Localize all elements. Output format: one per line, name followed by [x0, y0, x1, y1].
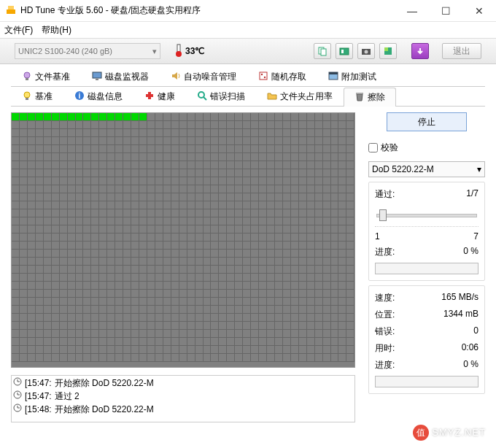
maximize-button[interactable]: ☐ — [429, 0, 462, 22]
menu-bar: 文件(F) 帮助(H) — [0, 22, 496, 38]
speed-value: 165 MB/s — [441, 292, 478, 304]
tab-area: 文件基准磁盘监视器自动噪音管理随机存取附加测试 基准i磁盘信息健康错误扫描文件夹… — [0, 64, 496, 107]
erase-grid — [11, 112, 355, 368]
tab-错误扫描[interactable]: 错误扫描 — [186, 87, 256, 106]
svg-rect-22 — [26, 98, 28, 100]
log-panel[interactable]: [15:47: 开始擦除 DoD 5220.22-M[15:47: 通过 2[1… — [11, 375, 355, 422]
svg-rect-1 — [8, 6, 14, 9]
watermark-badge: 值 — [413, 425, 429, 441]
close-button[interactable]: ✕ — [462, 0, 496, 22]
chevron-down-icon: ▾ — [152, 47, 157, 56]
clock-icon — [13, 376, 22, 390]
tab-磁盘信息[interactable]: i磁盘信息 — [63, 87, 133, 106]
svg-rect-14 — [93, 72, 101, 78]
copy-button[interactable] — [314, 43, 331, 59]
log-time: [15:48: — [25, 403, 52, 416]
tab-文件夹占用率[interactable]: 文件夹占用率 — [256, 87, 344, 106]
svg-rect-29 — [356, 93, 363, 94]
menu-help[interactable]: 帮助(H) — [42, 24, 71, 36]
settings-button[interactable] — [379, 43, 397, 59]
exit-button[interactable]: 退出 — [442, 43, 481, 59]
pos-label: 位置: — [375, 309, 395, 321]
tab-label: 健康 — [158, 90, 175, 103]
tab-文件基准[interactable]: 文件基准 — [11, 67, 81, 86]
screenshot-button[interactable] — [336, 43, 353, 59]
content-area: [15:47: 开始擦除 DoD 5220.22-M[15:47: 通过 2[1… — [0, 107, 496, 422]
svg-rect-15 — [96, 79, 98, 80]
svg-point-3 — [176, 51, 182, 57]
stop-button[interactable]: 停止 — [387, 112, 467, 131]
tabs-row-1: 文件基准磁盘监视器自动噪音管理随机存取附加测试 — [11, 67, 485, 87]
watermark: SMYZ.NET — [432, 427, 486, 438]
svg-point-21 — [24, 92, 30, 98]
verify-checkbox[interactable] — [368, 143, 378, 152]
log-time: [15:47: — [25, 376, 52, 390]
tab-磁盘监视器[interactable]: 磁盘监视器 — [81, 67, 160, 86]
tab-自动噪音管理[interactable]: 自动噪音管理 — [160, 67, 247, 86]
svg-rect-20 — [329, 72, 338, 74]
svg-text:i: i — [79, 92, 81, 100]
log-line: [15:48: 开始擦除 DoD 5220.22-M — [13, 403, 353, 416]
tab-label: 附加测试 — [341, 71, 376, 83]
err-value: 0 — [473, 325, 478, 338]
drive-select-value: UNIC2 S100-240 (240 gB) — [18, 47, 112, 55]
time-value: 0:06 — [462, 342, 478, 355]
toolbar: UNIC2 S100-240 (240 gB) ▾ 33℃ 退出 — [0, 38, 496, 64]
progress-label: 进度: — [375, 246, 395, 258]
svg-point-27 — [198, 92, 204, 98]
tab-label: 擦除 — [368, 91, 385, 104]
save-button[interactable] — [411, 43, 429, 59]
svg-point-9 — [365, 50, 368, 54]
pass-label: 通过: — [375, 188, 395, 201]
tab-随机存取[interactable]: 随机存取 — [247, 67, 317, 86]
erase-method-select[interactable]: DoD 5220.22-M ▾ — [368, 161, 485, 177]
window-title: HD Tune 专业版 5.60 - 硬盘/固态硬盘实用程序 — [20, 4, 395, 17]
progress2-value: 0 % — [463, 359, 478, 371]
tab-label: 磁盘信息 — [88, 90, 123, 103]
pos-value: 1344 mB — [443, 309, 478, 321]
clock-icon — [13, 403, 22, 416]
tab-基准[interactable]: 基准 — [11, 87, 63, 106]
drive-select[interactable]: UNIC2 S100-240 (240 gB) ▾ — [15, 43, 160, 59]
err-label: 错误: — [375, 325, 395, 338]
camera-button[interactable] — [357, 43, 375, 59]
tab-label: 文件基准 — [35, 71, 70, 83]
svg-rect-26 — [146, 94, 153, 97]
erase-method-value: DoD 5220.22-M — [372, 164, 434, 174]
pass-group: 通过:1/7 17 进度:0 % — [368, 182, 485, 281]
speaker-icon — [171, 71, 181, 83]
menu-file[interactable]: 文件(F) — [4, 24, 33, 36]
range-min: 1 — [375, 231, 380, 242]
log-text: 开始擦除 DoD 5220.22-M — [55, 403, 154, 416]
tab-擦除[interactable]: 擦除 — [344, 88, 396, 107]
progress-value: 0 % — [463, 246, 478, 258]
tab-健康[interactable]: 健康 — [133, 87, 186, 106]
svg-rect-0 — [7, 9, 15, 14]
tab-label: 基准 — [35, 90, 53, 103]
pass-slider[interactable] — [375, 205, 478, 227]
verify-label: 校验 — [381, 142, 398, 154]
lightbulb-icon — [22, 71, 32, 83]
slider-thumb[interactable] — [379, 209, 387, 221]
tab-label: 随机存取 — [271, 71, 306, 83]
speed-label: 速度: — [375, 292, 395, 304]
svg-line-28 — [204, 97, 206, 100]
info-icon: i — [74, 90, 85, 103]
tab-附加测试[interactable]: 附加测试 — [317, 67, 387, 86]
chevron-down-icon: ▾ — [477, 164, 481, 174]
dice-icon — [258, 71, 268, 83]
log-line: [15:47: 通过 2 — [13, 390, 353, 403]
progress2-label: 进度: — [375, 359, 395, 371]
monitor-icon — [92, 71, 102, 83]
log-line: [15:47: 开始擦除 DoD 5220.22-M — [13, 376, 353, 390]
title-bar: HD Tune 专业版 5.60 - 硬盘/固态硬盘实用程序 — ☐ ✕ — [0, 0, 496, 22]
app-icon — [6, 4, 16, 18]
clock-icon — [13, 390, 22, 403]
trash-icon — [354, 91, 365, 104]
minimize-button[interactable]: — — [395, 0, 429, 22]
lightbulb-y-icon — [22, 90, 32, 103]
range-max: 7 — [473, 231, 478, 242]
tab-label: 文件夹占用率 — [280, 90, 333, 103]
svg-point-12 — [24, 72, 30, 78]
svg-rect-7 — [341, 50, 344, 53]
